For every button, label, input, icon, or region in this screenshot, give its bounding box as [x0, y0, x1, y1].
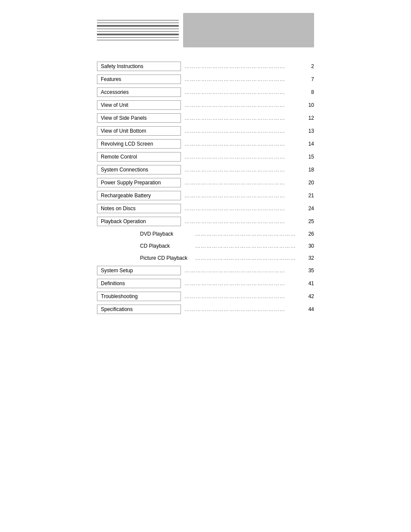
- toc-dots-rechargeable-battery: ………………………………………………: [184, 193, 300, 199]
- toc-row-picture-cd-playback: Picture CD Playback ……………………………………………… 3…: [97, 252, 314, 264]
- toc-page-power-supply-preparation: 20: [303, 180, 314, 186]
- toc-page-cd-playback: 30: [303, 243, 314, 249]
- toc-dots-cd-playback: ………………………………………………: [195, 243, 300, 249]
- toc-page-accessories: 8: [303, 89, 314, 95]
- toc-page-system-setup: 35: [303, 268, 314, 274]
- toc-label-picture-cd-playback: Picture CD Playback: [140, 255, 192, 261]
- toc-dots-revolving-lcd-screen: ………………………………………………: [184, 141, 300, 147]
- header-line-3: [97, 25, 179, 27]
- toc-dots-power-supply-preparation: ………………………………………………: [184, 180, 300, 186]
- toc-dots-safety-instructions: ………………………………………………: [184, 63, 300, 69]
- toc-dots-notes-on-discs: ………………………………………………: [184, 205, 300, 212]
- toc-row-cd-playback: CD Playback ……………………………………………… 30: [97, 240, 314, 252]
- toc-page-playback-operation: 25: [303, 218, 314, 224]
- toc-label-rechargeable-battery: Rechargeable Battery: [97, 191, 181, 200]
- toc-dots-remote-control: ………………………………………………: [184, 154, 300, 160]
- toc-label-view-of-unit: View of Unit: [97, 100, 181, 110]
- toc-dots-features: ………………………………………………: [184, 76, 300, 82]
- toc-row-accessories: Accessories ……………………………………………… 8: [97, 86, 314, 98]
- toc-dots-picture-cd-playback: ………………………………………………: [195, 255, 300, 261]
- header-section: [97, 13, 314, 47]
- toc-dots-specifications: ………………………………………………: [184, 306, 300, 312]
- toc-label-system-setup: System Setup: [97, 266, 181, 275]
- header-lines: [97, 13, 183, 47]
- header-gray-box: [183, 13, 314, 47]
- toc-label-system-connections: System Connections: [97, 165, 181, 174]
- toc-page-view-of-side-panels: 12: [303, 115, 314, 121]
- header-line-8: [97, 40, 179, 40]
- toc-dots-view-of-unit: ………………………………………………: [184, 102, 300, 108]
- toc-label-playback-operation: Playback Operation: [97, 217, 181, 226]
- toc-page-view-of-unit: 10: [303, 102, 314, 108]
- header-line-7: [97, 37, 179, 38]
- toc-row-safety-instructions: Safety Instructions ……………………………………………… 2: [97, 60, 314, 72]
- toc-label-specifications: Specifications: [97, 305, 181, 314]
- toc-label-view-of-unit-bottom: View of Unit Bottom: [97, 126, 181, 136]
- toc-label-view-of-side-panels: View of Side Panels: [97, 113, 181, 123]
- toc-page-definitions: 41: [303, 280, 314, 286]
- toc-page-specifications: 44: [303, 306, 314, 312]
- toc-row-notes-on-discs: Notes on Discs ……………………………………………… 24: [97, 202, 314, 215]
- toc-page-features: 7: [303, 76, 314, 82]
- toc-label-accessories: Accessories: [97, 87, 181, 97]
- header-line-6: [97, 34, 179, 35]
- toc-row-view-of-side-panels: View of Side Panels ……………………………………………… 1…: [97, 112, 314, 124]
- toc-dots-view-of-side-panels: ………………………………………………: [184, 115, 300, 121]
- toc-row-rechargeable-battery: Rechargeable Battery ……………………………………………… …: [97, 190, 314, 202]
- toc-dots-view-of-unit-bottom: ………………………………………………: [184, 128, 300, 134]
- header-line-5: [97, 31, 179, 32]
- toc-label-cd-playback: CD Playback: [140, 243, 192, 249]
- toc-label-dvd-playback: DVD Playback: [140, 231, 192, 237]
- toc-page-picture-cd-playback: 32: [303, 255, 314, 261]
- toc-page-system-connections: 18: [303, 167, 314, 173]
- toc-row-troubleshooting: Troubleshooting ……………………………………………… 42: [97, 290, 314, 302]
- toc-dots-accessories: ………………………………………………: [184, 89, 300, 95]
- toc-dots-troubleshooting: ………………………………………………: [184, 293, 300, 299]
- toc-label-remote-control: Remote Control: [97, 152, 181, 162]
- toc-row-system-connections: System Connections ……………………………………………… 18: [97, 164, 314, 176]
- toc-row-playback-operation: Playback Operation ……………………………………………… 25: [97, 215, 314, 227]
- toc-container: Safety Instructions ……………………………………………… 2…: [97, 60, 314, 316]
- toc-page-troubleshooting: 42: [303, 293, 314, 299]
- toc-row-features: Features ……………………………………………… 7: [97, 73, 314, 85]
- toc-page-view-of-unit-bottom: 13: [303, 128, 314, 134]
- toc-row-dvd-playback: DVD Playback ……………………………………………… 26: [97, 228, 314, 240]
- toc-row-power-supply-preparation: Power Supply Preparation …………………………………………: [97, 177, 314, 189]
- toc-dots-system-setup: ………………………………………………: [184, 268, 300, 274]
- toc-row-remote-control: Remote Control ……………………………………………… 15: [97, 151, 314, 163]
- toc-dots-dvd-playback: ………………………………………………: [195, 231, 300, 237]
- toc-row-revolving-lcd-screen: Revolving LCD Screen ……………………………………………… …: [97, 138, 314, 150]
- toc-row-view-of-unit-bottom: View of Unit Bottom ……………………………………………… 1…: [97, 125, 314, 137]
- toc-label-safety-instructions: Safety Instructions: [97, 62, 181, 71]
- toc-page-safety-instructions: 2: [303, 63, 314, 69]
- toc-row-definitions: Definitions ……………………………………………… 41: [97, 277, 314, 289]
- toc-label-features: Features: [97, 75, 181, 84]
- toc-row-specifications: Specifications ……………………………………………… 44: [97, 303, 314, 315]
- toc-label-troubleshooting: Troubleshooting: [97, 292, 181, 301]
- toc-dots-playback-operation: ………………………………………………: [184, 218, 300, 224]
- toc-page-notes-on-discs: 24: [303, 205, 314, 212]
- toc-row-view-of-unit: View of Unit ……………………………………………… 10: [97, 99, 314, 111]
- toc-dots-system-connections: ………………………………………………: [184, 167, 300, 173]
- toc-label-definitions: Definitions: [97, 279, 181, 288]
- toc-label-revolving-lcd-screen: Revolving LCD Screen: [97, 139, 181, 149]
- header-line-1: [97, 20, 179, 21]
- toc-dots-definitions: ………………………………………………: [184, 280, 300, 286]
- header-line-4: [97, 28, 179, 29]
- page-container: Safety Instructions ……………………………………………… 2…: [0, 0, 411, 532]
- toc-page-rechargeable-battery: 21: [303, 193, 314, 199]
- toc-label-notes-on-discs: Notes on Discs: [97, 204, 181, 213]
- toc-label-power-supply-preparation: Power Supply Preparation: [97, 178, 181, 187]
- header-line-2: [97, 22, 179, 23]
- toc-row-system-setup: System Setup ……………………………………………… 35: [97, 264, 314, 277]
- toc-page-dvd-playback: 26: [303, 231, 314, 237]
- toc-page-revolving-lcd-screen: 14: [303, 141, 314, 147]
- toc-page-remote-control: 15: [303, 154, 314, 160]
